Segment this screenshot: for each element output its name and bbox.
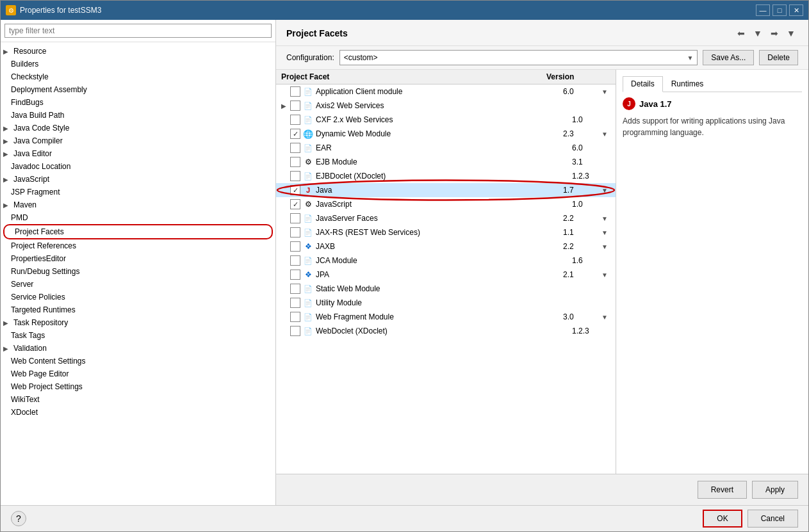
facet-list-panel: Project Facet Version 📄Application Clien… (276, 70, 616, 474)
facet-row[interactable]: 📄JAX-RS (REST Web Services)1.1▼ (276, 225, 616, 239)
sidebar-item-wikitext[interactable]: WikiText (1, 393, 275, 406)
maximize-button[interactable]: □ (772, 4, 787, 16)
facet-row[interactable]: ⚙EJB Module3.1 (276, 155, 616, 169)
facet-row[interactable]: ❖JAXB2.2▼ (276, 239, 616, 254)
facet-checkbox[interactable]: ✓ (290, 185, 300, 195)
facet-row[interactable]: 📄EJBDoclet (XDoclet)1.2.3 (276, 169, 616, 183)
facet-row[interactable]: 📄WebDoclet (XDoclet)1.2.3 (276, 324, 616, 338)
ok-button[interactable]: OK (703, 510, 742, 528)
tab-details[interactable]: Details (623, 76, 663, 92)
sidebar-item-propertieseditor[interactable]: PropertiesEditor (1, 252, 275, 265)
menu-icon[interactable]: ▼ (784, 26, 798, 40)
facet-type-icon: 📄 (303, 312, 313, 322)
facet-row[interactable]: ✓JJava1.7▼ (276, 183, 616, 197)
sidebar-item-task-tags[interactable]: Task Tags (1, 329, 275, 342)
facet-checkbox[interactable] (290, 227, 300, 238)
revert-button[interactable]: Revert (698, 481, 747, 499)
sidebar-item-web-project-settings[interactable]: Web Project Settings (1, 380, 275, 393)
tab-runtimes[interactable]: Runtimes (663, 76, 712, 92)
sidebar-item-java-compiler[interactable]: ▶Java Compiler (1, 134, 275, 147)
minimize-button[interactable]: — (756, 4, 770, 16)
sidebar-item-server[interactable]: Server (1, 278, 275, 291)
facet-version-arrow-icon[interactable]: ▼ (601, 88, 610, 95)
facet-row[interactable]: ✓⚙JavaScript1.0 (276, 197, 616, 211)
facet-row[interactable]: 📄Static Web Module (276, 282, 616, 296)
sidebar-item-project-facets[interactable]: Project Facets (3, 224, 273, 239)
facet-checkbox[interactable] (290, 284, 300, 294)
sidebar-item-deployment-assembly[interactable]: Deployment Assembly (1, 83, 275, 96)
sidebar-item-project-references[interactable]: Project References (1, 239, 275, 252)
facet-row[interactable]: 📄CXF 2.x Web Services1.0 (276, 113, 616, 127)
search-input[interactable] (4, 24, 272, 38)
facet-row[interactable]: ❖JPA2.1▼ (276, 268, 616, 282)
facet-row[interactable]: 📄JavaServer Faces2.2▼ (276, 211, 616, 225)
sidebar-item-java-code-style[interactable]: ▶Java Code Style (1, 122, 275, 134)
sidebar-item-maven[interactable]: ▶Maven (1, 198, 275, 211)
sidebar-item-label: Service Policies (11, 293, 65, 302)
facet-checkbox[interactable] (290, 255, 300, 266)
facet-checkbox[interactable] (290, 213, 300, 223)
cancel-button[interactable]: Cancel (748, 510, 798, 528)
sidebar-item-checkstyle[interactable]: Checkstyle (1, 70, 275, 83)
facet-checkbox[interactable] (290, 241, 300, 252)
facet-checkbox[interactable]: ✓ (290, 199, 300, 209)
ok-cancel-buttons: OK Cancel (703, 510, 798, 528)
sidebar-item-validation[interactable]: ▶Validation (1, 342, 275, 355)
facet-checkbox[interactable] (290, 115, 300, 125)
apply-button[interactable]: Apply (752, 481, 798, 499)
facet-version-arrow-icon[interactable]: ▼ (601, 271, 610, 278)
facet-checkbox[interactable]: ✓ (290, 129, 300, 139)
sidebar-item-run-debug-settings[interactable]: Run/Debug Settings (1, 265, 275, 278)
sidebar-item-task-repository[interactable]: ▶Task Repository (1, 316, 275, 329)
sidebar-item-builders[interactable]: Builders (1, 58, 275, 70)
sidebar-item-resource[interactable]: ▶Resource (1, 45, 275, 58)
close-button[interactable]: ✕ (789, 4, 803, 16)
facet-row[interactable]: 📄Utility Module (276, 296, 616, 310)
facet-version-arrow-icon[interactable]: ▼ (601, 243, 610, 250)
sidebar-item-findbugs[interactable]: FindBugs (1, 96, 275, 109)
facet-checkbox[interactable] (290, 101, 300, 111)
facet-version-arrow-icon[interactable]: ▼ (601, 314, 610, 321)
config-dropdown[interactable]: <custom> ▼ (339, 50, 698, 65)
sidebar-item-label: Web Page Editor (11, 369, 69, 378)
facet-row[interactable]: ✓🌐Dynamic Web Module2.3▼ (276, 127, 616, 141)
facet-row[interactable]: 📄JCA Module1.6 (276, 254, 616, 268)
sidebar-item-web-content-settings[interactable]: Web Content Settings (1, 355, 275, 367)
facet-checkbox[interactable] (290, 143, 300, 153)
facet-checkbox[interactable] (290, 86, 300, 97)
sidebar-item-javascript[interactable]: ▶JavaScript (1, 173, 275, 186)
facet-checkbox[interactable] (290, 312, 300, 322)
facet-row[interactable]: 📄Web Fragment Module3.0▼ (276, 310, 616, 324)
sidebar-item-java-build-path[interactable]: Java Build Path (1, 109, 275, 122)
sidebar-item-java-editor[interactable]: ▶Java Editor (1, 147, 275, 160)
dropdown-icon[interactable]: ▼ (751, 26, 765, 40)
facet-row[interactable]: ▶📄Axis2 Web Services (276, 99, 616, 113)
facet-version-arrow-icon[interactable]: ▼ (601, 131, 610, 138)
help-button[interactable]: ? (11, 511, 26, 526)
sidebar-item-label: Javadoc Location (11, 162, 70, 171)
facet-checkbox[interactable] (290, 171, 300, 181)
sidebar-list: ▶ResourceBuildersCheckstyleDeployment As… (1, 42, 275, 505)
facet-version-label: 1.1 (563, 228, 601, 237)
facet-checkbox[interactable] (290, 326, 300, 336)
facet-checkbox[interactable] (290, 270, 300, 280)
facet-checkbox[interactable] (290, 298, 300, 308)
facet-checkbox[interactable] (290, 157, 300, 167)
sidebar-item-service-policies[interactable]: Service Policies (1, 291, 275, 303)
sidebar-item-pmd[interactable]: PMD (1, 211, 275, 224)
save-as-button[interactable]: Save As... (703, 50, 754, 65)
facet-row[interactable]: 📄EAR6.0 (276, 141, 616, 155)
sidebar-item-xdoclet[interactable]: XDoclet (1, 406, 275, 419)
delete-button[interactable]: Delete (759, 50, 798, 65)
sidebar-item-targeted-runtimes[interactable]: Targeted Runtimes (1, 303, 275, 316)
sidebar-item-web-page-editor[interactable]: Web Page Editor (1, 367, 275, 380)
back-icon[interactable]: ⬅ (734, 26, 748, 40)
sidebar-item-jsp-fragment[interactable]: JSP Fragment (1, 186, 275, 198)
facet-version-arrow-icon[interactable]: ▼ (601, 187, 610, 194)
facet-row[interactable]: 📄Application Client module6.0▼ (276, 85, 616, 99)
facet-version-arrow-icon[interactable]: ▼ (601, 215, 610, 222)
facet-type-icon: 📄 (303, 115, 313, 125)
sidebar-item-javadoc-location[interactable]: Javadoc Location (1, 160, 275, 173)
forward-icon[interactable]: ➡ (767, 26, 781, 40)
facet-version-arrow-icon[interactable]: ▼ (601, 229, 610, 236)
